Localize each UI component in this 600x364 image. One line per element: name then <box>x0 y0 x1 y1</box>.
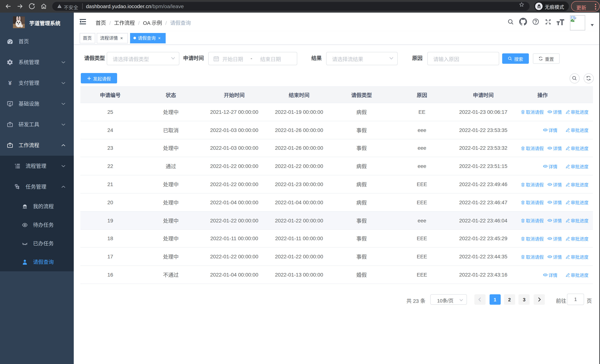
svg-text:¥: ¥ <box>8 80 12 86</box>
